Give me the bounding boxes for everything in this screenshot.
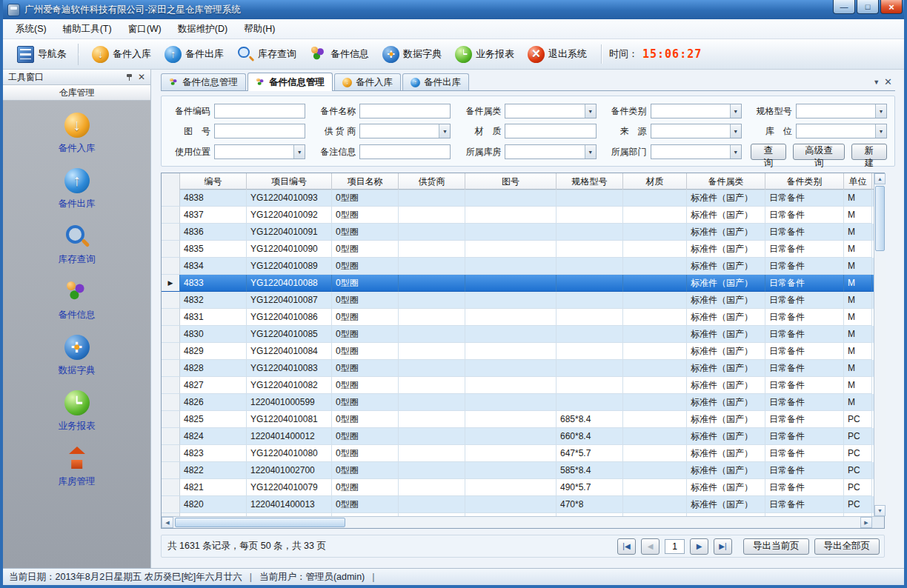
tab[interactable]: 备件信息管理 [247, 73, 333, 91]
table-row[interactable]: 4827 YG12204010082 0型圈 标准件（国产） 日常备件 [162, 377, 874, 394]
close-button[interactable]: × [880, 0, 903, 14]
table-row[interactable]: 4826 1220401000599 0型圈 标准件（国产） 日常备件 [162, 394, 874, 411]
toolbar-button[interactable]: 退出系统 [521, 44, 594, 65]
table-row[interactable]: 4824 1220401400012 0型圈 660*8.4 标准件（国产） 日… [162, 428, 874, 445]
menu-item[interactable]: 帮助(H) [236, 20, 283, 39]
new-button[interactable]: 新建 [851, 144, 887, 160]
column-header-number[interactable]: 编号 [180, 173, 247, 190]
tab[interactable]: 备件出库 [402, 73, 469, 90]
source-select[interactable]: ▼ [651, 124, 742, 138]
table-row[interactable]: 4828 YG12204010083 0型圈 标准件（国产） 日常备件 [162, 360, 874, 377]
scroll-up-button[interactable]: ▲ [874, 173, 886, 184]
next-page-button[interactable]: ▶ [690, 538, 708, 555]
table-row[interactable]: 4821 YG12204010079 0型圈 490*5.7 标准件（国产） 日… [162, 479, 874, 496]
cell-project-no: YG12204010079 [247, 479, 332, 496]
scroll-down-button[interactable]: ▼ [874, 505, 886, 516]
prev-page-button[interactable]: ◀ [641, 538, 660, 555]
sidebar-item[interactable]: 数据字典 [59, 335, 96, 377]
toolbar-button[interactable]: 备件出库 [158, 44, 230, 65]
close-tab-icon[interactable]: ✕ [884, 77, 892, 87]
vertical-scrollbar[interactable]: ▲ ▼ [874, 173, 886, 516]
toolbar-button[interactable]: 导航条 [10, 44, 79, 65]
scroll-left-button[interactable]: ◀ [162, 517, 173, 528]
pin-icon[interactable] [126, 73, 133, 81]
table-row[interactable]: 4834 YG12204010089 0型圈 标准件（国产） 日常备件 [162, 258, 874, 275]
part-code-input[interactable] [214, 104, 305, 118]
horizontal-scrollbar[interactable]: ◀ ▶ [162, 516, 884, 528]
sidebar-item[interactable]: 库房管理 [59, 446, 96, 488]
field-label: 备件属类 [459, 105, 501, 118]
toolbar-button[interactable]: 备件入库 [85, 44, 158, 65]
menu-item[interactable]: 窗口(W) [120, 20, 170, 39]
menu-item[interactable]: 辅助工具(T) [55, 20, 120, 39]
column-header-type[interactable]: 备件类别 [765, 173, 844, 190]
toolbar-button[interactable]: 库存查询 [230, 44, 303, 65]
spec-model-select[interactable]: ▼ [796, 104, 887, 118]
sidebar-item[interactable]: 库存查询 [59, 224, 96, 266]
first-page-button[interactable]: |◀ [617, 538, 636, 555]
tab[interactable]: 备件信息管理 [161, 73, 246, 90]
drawing-no-input[interactable] [214, 124, 305, 138]
column-header-unit[interactable]: 单位 [844, 173, 872, 190]
table-row[interactable]: 4837 YG12204010092 0型圈 标准件（国产） 日常备件 [162, 207, 874, 224]
horizontal-scroll-thumb[interactable] [175, 518, 345, 527]
remark-input[interactable] [359, 144, 451, 159]
part-category-select[interactable]: ▼ [505, 104, 596, 118]
column-header-drawing-no[interactable]: 图号 [465, 173, 557, 190]
column-header-project-no[interactable]: 项目编号 [247, 173, 332, 190]
table-row[interactable]: 4835 YG12204010090 0型圈 标准件（国产） 日常备件 [162, 241, 874, 258]
sidebar-item[interactable]: 备件入库 [59, 113, 96, 155]
toolbar-button[interactable]: 备件信息 [303, 44, 376, 65]
advanced-query-button[interactable]: 高级查询 [793, 144, 845, 160]
maximize-button[interactable]: □ [857, 0, 879, 14]
toolbar-button[interactable]: 业务报表 [448, 44, 521, 65]
table-row[interactable]: 4829 YG12204010084 0型圈 标准件（国产） 日常备件 [162, 343, 874, 360]
tab[interactable]: 备件入库 [334, 73, 401, 90]
close-icon[interactable]: ✕ [136, 72, 147, 82]
page-number-input[interactable] [665, 539, 685, 554]
column-header-spec[interactable]: 规格型号 [557, 173, 623, 190]
menu-item[interactable]: 系统(S) [7, 20, 55, 39]
part-type-select[interactable]: ▼ [651, 104, 742, 118]
vertical-scroll-track[interactable] [874, 184, 886, 505]
toolbar-button[interactable]: 数据字典 [376, 44, 448, 65]
table-row[interactable]: 4830 YG12204010085 0型圈 标准件（国产） 日常备件 [162, 326, 874, 343]
table-row[interactable]: 4825 YG12204010081 0型圈 685*8.4 标准件（国产） 日… [162, 411, 874, 428]
warehouse-select[interactable]: ▼ [505, 144, 596, 159]
horizontal-scroll-track[interactable] [173, 517, 860, 528]
column-header-project-name[interactable]: 项目名称 [332, 173, 399, 190]
export-all-pages-button[interactable]: 导出全部页 [814, 538, 880, 555]
material-input[interactable] [505, 124, 596, 138]
usage-position-select[interactable]: ▼ [214, 144, 305, 159]
sidebar-item[interactable]: 备件出库 [59, 168, 96, 210]
department-select[interactable]: ▼ [651, 144, 742, 159]
table-row[interactable]: 4831 YG12204010086 0型圈 标准件（国产） 日常备件 [162, 309, 874, 326]
table-row[interactable]: 4823 YG12204010080 0型圈 647*5.7 标准件（国产） 日… [162, 445, 874, 462]
supplier-select[interactable]: ▼ [359, 124, 451, 138]
part-name-input[interactable] [359, 104, 451, 118]
cell-project-no: YG12204010081 [247, 411, 332, 428]
table-row[interactable]: 4838 YG12204010093 0型圈 标准件（国产） 日常备件 [162, 190, 874, 207]
vertical-scroll-thumb[interactable] [875, 186, 885, 251]
table-row[interactable]: 4820 1220401400013 0型圈 470*8 标准件（国产） 日常备… [162, 496, 874, 513]
scroll-right-button[interactable]: ▶ [860, 517, 872, 528]
table-row[interactable]: 4832 YG12204010087 0型圈 标准件（国产） 日常备件 [162, 292, 874, 309]
sidebar-section-header[interactable]: 仓库管理 [3, 85, 150, 101]
sidebar-item[interactable]: 备件信息 [59, 279, 96, 321]
last-page-button[interactable]: ▶| [714, 538, 732, 555]
chevron-down-icon[interactable]: ▼ [873, 78, 880, 86]
query-button[interactable]: 查询 [751, 144, 786, 160]
cell-type: 日常备件 [765, 377, 844, 394]
sidebar-item[interactable]: 业务报表 [59, 390, 96, 432]
cell-number: 4830 [180, 326, 247, 343]
table-row[interactable]: 4822 1220401002700 0型圈 585*8.4 标准件（国产） 日… [162, 462, 874, 479]
table-row[interactable]: 4836 YG12204010091 0型圈 标准件（国产） 日常备件 [162, 224, 874, 241]
column-header-category[interactable]: 备件属类 [687, 173, 765, 190]
table-row[interactable]: 4833 YG12204010088 0型圈 标准件（国产） 日常备件 [162, 275, 874, 292]
column-header-material[interactable]: 材质 [623, 173, 687, 190]
minimize-button[interactable]: — [833, 0, 855, 14]
menu-item[interactable]: 数据维护(D) [170, 20, 236, 39]
export-current-page-button[interactable]: 导出当前页 [743, 538, 809, 555]
location-select[interactable]: ▼ [796, 124, 887, 138]
column-header-supplier[interactable]: 供货商 [399, 173, 465, 190]
